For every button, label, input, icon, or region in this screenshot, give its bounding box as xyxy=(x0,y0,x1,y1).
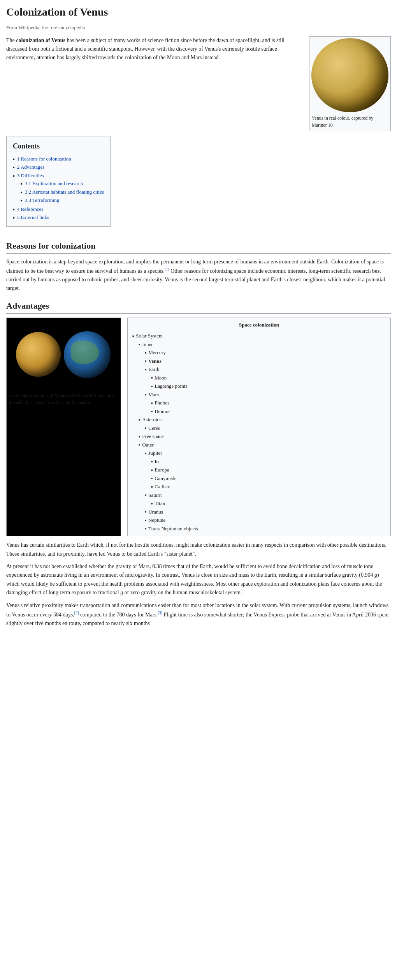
list-item: Lagrange points xyxy=(132,382,386,390)
toc-link-3-1[interactable]: 3.1 Exploration and research xyxy=(25,180,83,186)
list-item: Jupiter xyxy=(132,449,386,457)
advantages-para1: Venus has certain similarities to Earth … xyxy=(6,541,391,558)
reasons-heading: Reasons for colonization xyxy=(6,239,391,254)
table-of-contents: Contents 1 Reasons for colonization 2 Ad… xyxy=(6,136,111,227)
intro-section: The colonization of Venus has been a sub… xyxy=(6,36,391,131)
toc-item-1[interactable]: 1 Reasons for colonization xyxy=(13,155,104,163)
list-item: Io xyxy=(132,457,386,466)
venus-earth-caption: Scale representations of Venus and the E… xyxy=(8,391,119,407)
advantages-para3: Venus's relative proximity makes transpo… xyxy=(6,601,391,628)
advantages-para2: At present it has not been established w… xyxy=(6,562,391,597)
toc-item-5[interactable]: 5 External links xyxy=(13,213,104,222)
list-item: Neptune xyxy=(132,516,386,524)
wikipedia-subtitle: From Wikipedia, the free encyclopedia xyxy=(6,24,391,32)
venus-planet-image xyxy=(311,38,388,112)
toc-sublist-3: 3.1 Exploration and research 3.2 Aerosta… xyxy=(13,179,104,205)
list-item: Deimos xyxy=(132,407,386,416)
toc-item-3-1[interactable]: 3.1 Exploration and research xyxy=(21,179,104,188)
list-item: Uranus xyxy=(132,508,386,516)
list-item: Saturn xyxy=(132,491,386,500)
list-item: Mercury xyxy=(132,348,386,357)
list-item: Europa xyxy=(132,466,386,474)
space-col-title: Space colonization xyxy=(132,321,386,329)
toc-link-3[interactable]: 3 Difficulties xyxy=(17,173,44,178)
toc-link-5[interactable]: 5 External links xyxy=(17,214,49,220)
toc-title: Contents xyxy=(13,141,104,152)
toc-item-3-3[interactable]: 3.3 Terraforming xyxy=(21,196,104,205)
ref-1[interactable]: [1] xyxy=(165,267,169,271)
list-item: Venus xyxy=(132,357,386,366)
list-item: Moon xyxy=(132,374,386,382)
list-item: Earth xyxy=(132,365,386,374)
toc-link-4[interactable]: 4 References xyxy=(17,206,44,212)
toc-link-3-3[interactable]: 3.3 Terraforming xyxy=(25,197,59,203)
toc-link-3-2[interactable]: 3.2 Aerostat habitats and floating citie… xyxy=(25,189,104,195)
list-item: Outer xyxy=(132,441,386,449)
toc-item-3[interactable]: 3 Difficulties 3.1 Exploration and resea… xyxy=(13,171,104,205)
space-colonization-box: Space colonization Solar SystemInnerMerc… xyxy=(127,318,391,537)
venus-small-image xyxy=(16,332,61,377)
list-item: Titan xyxy=(132,499,386,508)
planet-comparison xyxy=(8,320,118,390)
toc-link-2[interactable]: 2 Advantages xyxy=(17,164,44,170)
list-item: Ganymede xyxy=(132,474,386,483)
advantages-heading: Advantages xyxy=(6,299,391,314)
list-item: Mars xyxy=(132,390,386,399)
list-item: Inner xyxy=(132,340,386,349)
list-item: Solar System xyxy=(132,332,386,340)
para2-end: or zero gravity on the human musculoskel… xyxy=(123,590,242,595)
toc-item-4[interactable]: 4 References xyxy=(13,205,104,214)
list-item: Trans-Neptunian objects xyxy=(132,524,386,533)
toc-item-3-2[interactable]: 3.2 Aerostat habitats and floating citie… xyxy=(21,188,104,196)
venus-earth-image-box: Scale representations of Venus and the E… xyxy=(6,318,121,537)
intro-text: The colonization of Venus has been a sub… xyxy=(6,36,303,131)
para2-before: At present it has not been established w… xyxy=(6,563,374,578)
toc-list: 1 Reasons for colonization 2 Advantages … xyxy=(13,155,104,222)
list-item: Asteroids xyxy=(132,415,386,424)
para2-italic: g xyxy=(374,572,377,578)
toc-item-2[interactable]: 2 Advantages xyxy=(13,163,104,171)
ref-2[interactable]: [2] xyxy=(74,611,79,615)
list-item: Free space xyxy=(132,432,386,441)
venus-infobox: Venus in real colour, captured by Marine… xyxy=(309,36,391,131)
list-item: Callisto xyxy=(132,482,386,491)
advantages-layout: Scale representations of Venus and the E… xyxy=(6,318,391,537)
intro-before-bold: The xyxy=(6,37,16,43)
reasons-text: Space colonization is a step beyond spac… xyxy=(6,258,391,293)
para3-mid: compared to the 780 days for Mars. xyxy=(79,612,158,618)
list-item: Ceres xyxy=(132,424,386,433)
earth-small-image xyxy=(64,331,111,378)
space-col-list: Solar SystemInnerMercuryVenusEarthMoonLa… xyxy=(132,332,386,533)
page-title: Colonization of Venus xyxy=(6,4,391,22)
ref-3[interactable]: [3] xyxy=(158,611,162,615)
intro-bold: colonization of Venus xyxy=(16,37,65,43)
venus-image-caption: Venus in real colour, captured by Marine… xyxy=(311,114,389,129)
list-item: Phobos xyxy=(132,399,386,407)
toc-link-1[interactable]: 1 Reasons for colonization xyxy=(17,156,71,162)
